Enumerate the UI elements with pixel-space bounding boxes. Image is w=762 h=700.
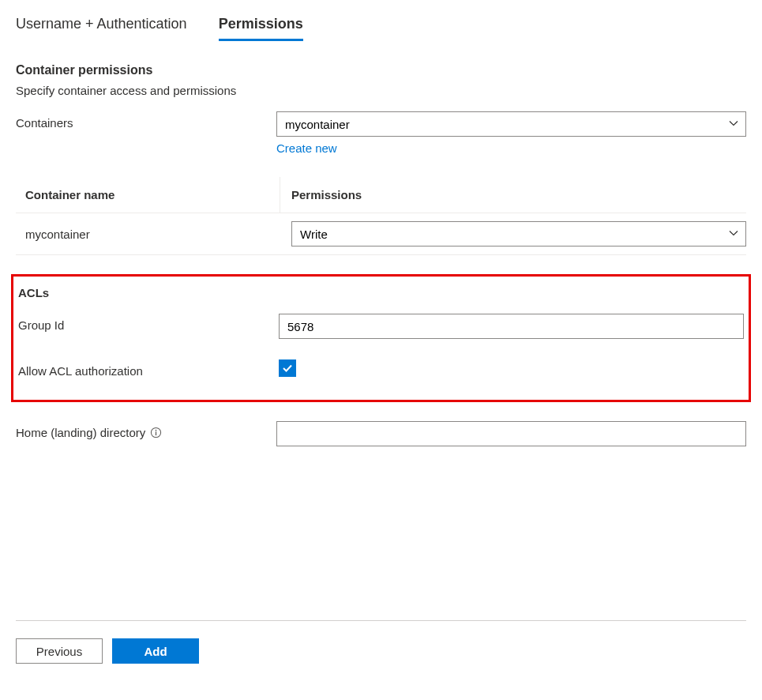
footer-buttons: Previous Add [16,638,746,664]
allow-acl-checkbox[interactable] [279,359,296,377]
tab-permissions[interactable]: Permissions [219,16,303,41]
home-dir-row: Home (landing) directory [16,421,746,446]
group-id-label: Group Id [18,314,279,332]
create-new-link[interactable]: Create new [276,141,337,155]
home-dir-label-text: Home (landing) directory [16,426,145,439]
containers-table-header: Container name Permissions [16,177,746,213]
permissions-select[interactable] [291,221,746,247]
allow-acl-row: Allow ACL authorization [18,359,744,378]
allow-acl-label: Allow ACL authorization [18,359,279,378]
containers-select[interactable] [276,111,746,137]
row-container-name: mycontainer [16,228,280,241]
previous-button[interactable]: Previous [16,638,103,664]
home-dir-label: Home (landing) directory [16,421,276,439]
add-button[interactable]: Add [112,638,199,664]
containers-label: Containers [16,111,276,130]
info-icon[interactable] [150,427,162,438]
containers-row: Containers Create new [16,111,746,155]
table-row: mycontainer [16,213,746,255]
home-dir-input[interactable] [276,421,746,446]
col-container-name: Container name [16,177,280,213]
col-permissions: Permissions [280,177,746,213]
acls-title: ACLs [18,286,744,299]
svg-rect-2 [156,431,156,435]
check-icon [282,363,293,374]
group-id-row: Group Id [18,314,744,339]
container-permissions-desc: Specify container access and permissions [16,84,746,97]
svg-point-1 [156,430,157,431]
tabs: Username + Authentication Permissions [16,16,746,41]
container-permissions-title: Container permissions [16,63,746,77]
tab-username-auth[interactable]: Username + Authentication [16,16,187,41]
acls-section-highlight: ACLs Group Id Allow ACL authorization [11,274,751,402]
footer-divider [16,620,746,621]
group-id-input[interactable] [279,314,744,339]
permissions-select-input[interactable] [291,221,746,247]
containers-select-input[interactable] [276,111,746,137]
